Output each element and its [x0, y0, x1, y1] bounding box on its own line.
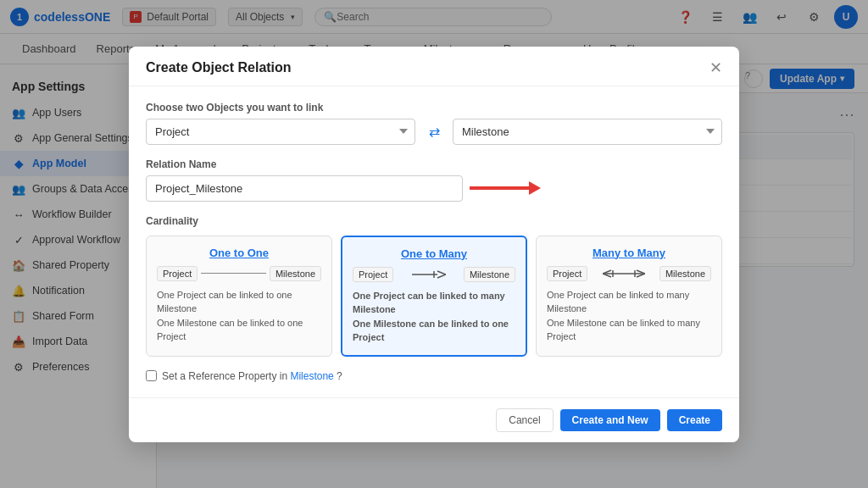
- one-to-many-diagram: Project Milestone: [353, 267, 515, 282]
- one-to-one-diagram: Project Milestone: [157, 266, 321, 281]
- one-to-many-right: Milestone: [464, 267, 515, 282]
- modal-title: Create Object Relation: [146, 60, 292, 75]
- red-arrow-body: [470, 186, 529, 190]
- one-to-many-line: [397, 269, 460, 280]
- one-to-one-desc: One Project can be linked to one Milesto…: [157, 288, 321, 344]
- many-to-many-diagram: Project Milestone: [547, 266, 711, 281]
- cancel-button[interactable]: Cancel: [496, 408, 553, 432]
- modal-body: Choose two Objects you want to link Proj…: [129, 86, 739, 397]
- modal-close-button[interactable]: ✕: [709, 60, 722, 75]
- many-to-many-desc: One Project can be linked to many Milest…: [547, 288, 711, 344]
- object1-select[interactable]: Project: [146, 119, 415, 145]
- red-arrow: [470, 181, 541, 195]
- object2-select[interactable]: Milestone: [453, 119, 722, 145]
- one-to-many-title[interactable]: One to Many: [353, 247, 515, 260]
- relation-name-input[interactable]: [146, 175, 463, 202]
- create-button[interactable]: Create: [667, 409, 722, 431]
- one-to-one-title[interactable]: One to One: [157, 247, 321, 259]
- modal-footer: Cancel Create and New Create: [129, 397, 739, 442]
- cardinality-one-to-many[interactable]: One to Many Project Milestone: [341, 236, 527, 357]
- cardinality-options: One to One Project Milestone One Project…: [146, 236, 722, 357]
- red-arrow-head: [529, 181, 541, 195]
- many-to-many-left: Project: [547, 266, 587, 281]
- ref-property-link[interactable]: Milestone: [290, 370, 333, 382]
- create-object-relation-modal: Create Object Relation ✕ Choose two Obje…: [129, 47, 739, 442]
- cardinality-one-to-one[interactable]: One to One Project Milestone One Project…: [146, 236, 332, 357]
- relation-name-label: Relation Name: [146, 158, 722, 170]
- ref-property-label: Set a Reference Property in Milestone ?: [162, 370, 342, 382]
- one-to-many-svg: [412, 269, 446, 280]
- modal-overlay: Create Object Relation ✕ Choose two Obje…: [0, 0, 868, 488]
- modal-header: Create Object Relation ✕: [129, 47, 739, 86]
- objects-row: Project ⇄ Milestone: [146, 119, 722, 145]
- swap-icon[interactable]: ⇄: [422, 119, 446, 143]
- cardinality-many-to-many[interactable]: Many to Many Project Mil: [536, 236, 722, 357]
- relation-name-row: [146, 175, 722, 202]
- many-to-many-right: Milestone: [659, 266, 711, 281]
- create-and-new-button[interactable]: Create and New: [560, 409, 660, 431]
- one-to-many-desc: One Project can be linked to many Milest…: [353, 289, 515, 345]
- one-to-one-left: Project: [157, 266, 198, 281]
- many-to-many-title[interactable]: Many to Many: [547, 247, 711, 259]
- ref-property-checkbox[interactable]: [146, 370, 157, 381]
- one-to-one-line: [201, 273, 266, 274]
- ref-property-row: Set a Reference Property in Milestone ?: [146, 370, 722, 382]
- many-to-many-line: [591, 268, 656, 280]
- one-to-many-left: Project: [353, 267, 393, 282]
- choose-objects-label: Choose two Objects you want to link: [146, 102, 722, 114]
- cardinality-label: Cardinality: [146, 215, 722, 227]
- one-to-one-right: Milestone: [270, 266, 321, 281]
- many-to-many-svg: [603, 268, 645, 280]
